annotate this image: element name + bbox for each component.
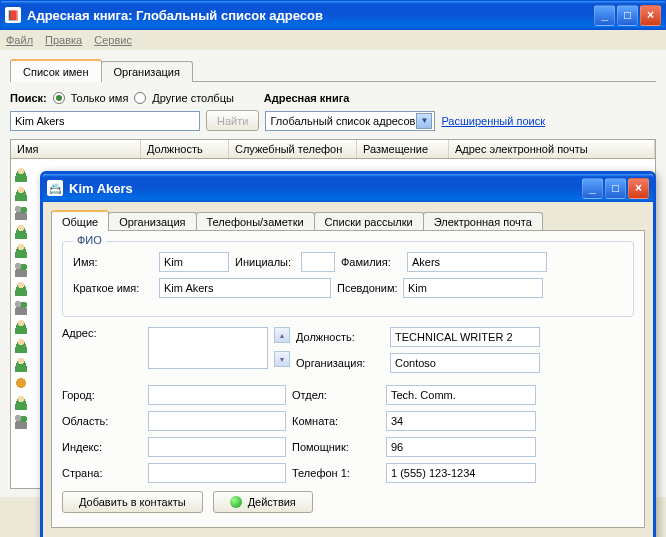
search-input[interactable] <box>10 111 200 131</box>
contact-details-window: 📇 Kim Akers _ □ × Общие Организация Теле… <box>40 171 656 537</box>
user-icon <box>13 337 29 353</box>
address-input[interactable] <box>148 327 268 369</box>
tab-phones-notes[interactable]: Телефоны/заметки <box>196 212 315 231</box>
actions-button[interactable]: Действия <box>213 491 313 513</box>
radio-name-only-label: Только имя <box>71 92 129 104</box>
address-book-select[interactable]: Глобальный список адресов ▼ <box>265 111 435 131</box>
chevron-down-icon[interactable]: ▼ <box>416 113 432 129</box>
window-title: Адресная книга: Глобальный список адресо… <box>27 8 323 23</box>
child-maximize-button[interactable]: □ <box>605 178 626 199</box>
assistant-label: Помощник: <box>292 441 380 453</box>
fio-fieldset: ФИО Имя: Инициалы: Фамилия: Краткое имя:… <box>62 241 634 317</box>
menu-service[interactable]: Сервис <box>94 34 132 46</box>
radio-other-columns-label: Другие столбцы <box>152 92 234 104</box>
initials-input[interactable] <box>301 252 335 272</box>
maximize-button[interactable]: □ <box>617 5 638 26</box>
region-input[interactable] <box>148 411 286 431</box>
city-input[interactable] <box>148 385 286 405</box>
phone1-input[interactable] <box>386 463 536 483</box>
group-icon <box>13 299 29 315</box>
zip-input[interactable] <box>148 437 286 457</box>
country-label: Страна: <box>62 467 142 479</box>
job-title-input[interactable] <box>390 327 540 347</box>
radio-other-columns[interactable] <box>134 92 146 104</box>
org-input[interactable] <box>390 353 540 373</box>
user-icon <box>13 394 29 410</box>
menu-file[interactable]: Файл <box>6 34 33 46</box>
address-label: Адрес: <box>62 327 142 339</box>
user-icon <box>13 223 29 239</box>
dept-label: Отдел: <box>292 389 380 401</box>
city-label: Город: <box>62 389 142 401</box>
presence-dot-icon <box>230 496 242 508</box>
tab-organization[interactable]: Организация <box>101 61 193 82</box>
assistant-input[interactable] <box>386 437 536 457</box>
radio-name-only[interactable] <box>53 92 65 104</box>
short-name-label: Краткое имя: <box>73 282 153 294</box>
alias-input[interactable] <box>403 278 543 298</box>
region-label: Область: <box>62 415 142 427</box>
star-icon <box>13 375 29 391</box>
menu-edit[interactable]: Правка <box>45 34 82 46</box>
org-label: Организация: <box>296 357 384 369</box>
tab-mailing-lists[interactable]: Списки рассылки <box>314 212 424 231</box>
user-icon <box>13 318 29 334</box>
col-location[interactable]: Размещение <box>357 140 449 158</box>
phone1-label: Телефон 1: <box>292 467 380 479</box>
first-name-label: Имя: <box>73 256 153 268</box>
country-input[interactable] <box>148 463 286 483</box>
job-title-label: Должность: <box>296 331 384 343</box>
add-to-contacts-button[interactable]: Добавить в контакты <box>62 491 203 513</box>
child-tabbar: Общие Организация Телефоны/заметки Списк… <box>51 210 645 231</box>
menubar: Файл Правка Сервис <box>0 30 666 50</box>
room-input[interactable] <box>386 411 536 431</box>
col-email[interactable]: Адрес электронной почты <box>449 140 655 158</box>
contact-card-icon: 📇 <box>47 180 63 196</box>
list-columns: Имя Должность Служебный телефон Размещен… <box>10 139 656 159</box>
user-icon <box>13 280 29 296</box>
group-icon <box>13 204 29 220</box>
fio-legend: ФИО <box>73 234 106 246</box>
child-titlebar: 📇 Kim Akers _ □ × <box>43 174 653 202</box>
last-name-input[interactable] <box>407 252 547 272</box>
col-phone[interactable]: Служебный телефон <box>229 140 357 158</box>
tab-email[interactable]: Электронная почта <box>423 212 543 231</box>
child-minimize-button[interactable]: _ <box>582 178 603 199</box>
first-name-input[interactable] <box>159 252 229 272</box>
dept-input[interactable] <box>386 385 536 405</box>
user-icon <box>13 185 29 201</box>
close-button[interactable]: × <box>640 5 661 26</box>
search-label: Поиск: <box>10 92 47 104</box>
tab-general[interactable]: Общие <box>51 210 109 231</box>
main-titlebar: 📕 Адресная книга: Глобальный список адре… <box>0 0 666 30</box>
tab-name-list[interactable]: Список имен <box>10 59 102 82</box>
advanced-search-link[interactable]: Расширенный поиск <box>441 115 545 127</box>
user-icon <box>13 356 29 372</box>
find-button: Найти <box>206 110 259 131</box>
user-icon <box>13 166 29 182</box>
child-window-title: Kim Akers <box>69 181 133 196</box>
col-name[interactable]: Имя <box>11 140 141 158</box>
minimize-button[interactable]: _ <box>594 5 615 26</box>
alias-label: Псевдоним: <box>337 282 397 294</box>
short-name-input[interactable] <box>159 278 331 298</box>
initials-label: Инициалы: <box>235 256 295 268</box>
general-panel: ФИО Имя: Инициалы: Фамилия: Краткое имя:… <box>51 230 645 528</box>
room-label: Комната: <box>292 415 380 427</box>
address-book-value: Глобальный список адресов <box>270 115 415 127</box>
zip-label: Индекс: <box>62 441 142 453</box>
address-book-icon: 📕 <box>5 7 21 23</box>
user-icon <box>13 242 29 258</box>
tab-child-organization[interactable]: Организация <box>108 212 196 231</box>
address-book-label: Адресная книга <box>264 92 350 104</box>
scroll-down-icon[interactable]: ▾ <box>274 351 290 367</box>
col-title[interactable]: Должность <box>141 140 229 158</box>
tabbar: Список имен Организация <box>10 58 656 82</box>
group-icon <box>13 413 29 429</box>
group-icon <box>13 261 29 277</box>
scroll-up-icon[interactable]: ▴ <box>274 327 290 343</box>
child-close-button[interactable]: × <box>628 178 649 199</box>
last-name-label: Фамилия: <box>341 256 401 268</box>
